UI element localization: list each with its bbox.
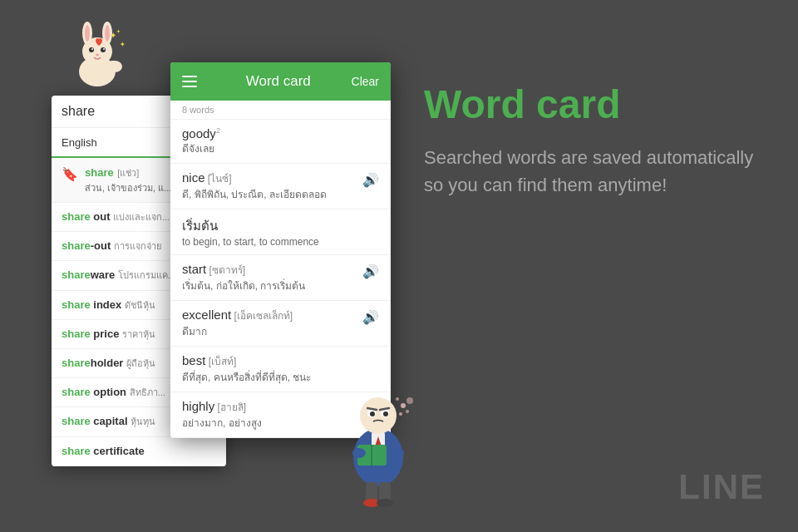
svg-rect-12 [110,61,116,69]
svg-point-22 [370,411,375,416]
bookmark-word-line: share [แช่ว] [85,165,171,180]
wordcard-item[interactable]: excellent [เอ็คเซลเล็กท์] ดีมาก 🔊 [170,301,391,347]
bookmark-content: share [แช่ว] ส่วน, เจ้าของร่วม, แ... [85,165,171,195]
speaker-icon[interactable]: 🔊 [362,172,379,188]
right-panel: Word card Searched words are saved autom… [424,83,756,199]
svg-point-32 [401,403,406,408]
svg-point-31 [377,499,393,507]
svg-point-4 [85,25,90,42]
search-list-item[interactable]: share certificate [52,437,226,466]
bunny-mascot: ✦ ✦ ✦ [60,15,135,90]
wordcard-item[interactable]: เริ่มต้น to begin, to start, to commence [170,209,391,255]
svg-point-26 [352,448,366,458]
wordcard-item[interactable]: start [ซตาทร์] เริ่มต้น, ก่อให้เกิด, การ… [170,255,391,301]
svg-point-7 [101,47,106,52]
feature-title: Word card [424,83,756,127]
speaker-icon[interactable]: 🔊 [362,309,379,325]
hamburger-icon[interactable] [182,76,197,87]
wordcard-header: Word card Clear [170,62,391,101]
wordcard-title: Word card [205,73,352,90]
wordcard-item[interactable]: nice [ไนซ์] ดี, พิถีพิถัน, ประณีต, ละเอี… [170,164,391,209]
student-mascot [324,349,432,507]
svg-text:✦: ✦ [110,31,116,40]
svg-point-19 [360,397,397,434]
svg-point-9 [103,48,105,50]
bookmark-word: share [85,166,114,179]
wordcard-item[interactable]: goody2 ดีจังเลย [170,120,391,164]
svg-point-8 [91,48,93,50]
svg-point-33 [406,410,409,413]
svg-point-35 [406,397,413,404]
bookmark-phonetic: [แช่ว] [117,168,139,178]
svg-point-23 [383,411,388,416]
svg-text:✦: ✦ [116,29,121,34]
clear-button[interactable]: Clear [352,75,379,88]
svg-text:✦: ✦ [120,41,126,48]
svg-point-27 [391,448,404,458]
speaker-icon[interactable]: 🔊 [362,264,379,279]
line-brand: LINE [678,467,765,507]
svg-point-34 [399,412,402,416]
svg-point-36 [396,397,399,401]
bookmark-def: ส่วน, เจ้าของร่วม, แ... [85,180,171,195]
word-count: 8 words [170,101,391,120]
bookmark-icon: 🔖 [62,166,78,182]
feature-description: Searched words are saved automatically s… [424,144,756,199]
svg-point-6 [89,47,94,52]
svg-point-10 [96,54,99,57]
